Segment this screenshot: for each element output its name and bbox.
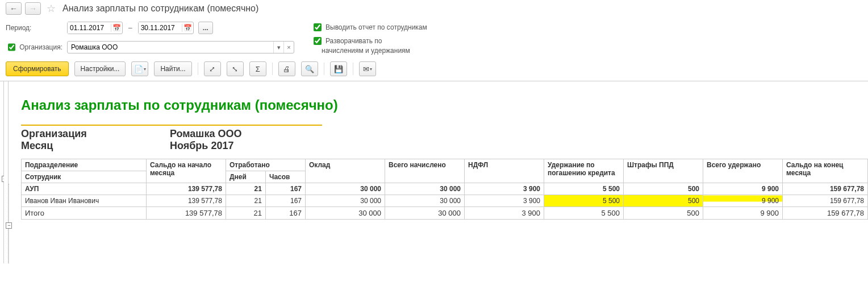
col-division: Подразделение xyxy=(21,159,146,171)
dropdown-icon[interactable]: ▾ xyxy=(273,42,283,53)
cell-start: 139 577,78 xyxy=(146,195,226,207)
cell-start: 139 577,78 xyxy=(146,207,226,220)
clear-icon[interactable]: × xyxy=(283,42,294,53)
sum-icon[interactable]: Σ xyxy=(249,61,266,76)
cell-withheld: 9 900 xyxy=(703,207,782,220)
header-bar: ← → ☆ Анализ зарплаты по сотрудникам (по… xyxy=(0,0,868,18)
expand-by-label: Разворачивать по xyxy=(326,37,382,45)
toolbar-separator xyxy=(272,63,273,75)
period-dash: – xyxy=(128,24,132,32)
period-label: Период: xyxy=(6,24,62,32)
organization-check[interactable]: Организация: xyxy=(6,42,62,53)
outline-gutter-2: − xyxy=(4,81,8,263)
toolbar-separator xyxy=(198,63,198,75)
toolbar: Сформировать Настройки... 📄▾ Найти... ⤢ … xyxy=(0,58,868,81)
table-row-employee[interactable]: Иванов Иван Иванович 139 577,78 21 167 3… xyxy=(21,195,867,207)
cell-loan: 5 500 xyxy=(544,183,623,195)
cell-days: 21 xyxy=(226,195,265,207)
calendar-icon[interactable]: 📅 xyxy=(111,24,122,32)
cell-start: 139 577,78 xyxy=(146,183,226,195)
cell-hours: 167 xyxy=(265,195,305,207)
cell-ndfl: 3 900 xyxy=(464,195,544,207)
cell-loan: 5 500 xyxy=(544,207,623,220)
cell-fines: 500 xyxy=(623,195,703,207)
cell-days: 21 xyxy=(226,183,265,195)
organization-label: Организация: xyxy=(19,43,62,51)
table-row-dept[interactable]: АУП 139 577,78 21 167 30 000 30 000 3 90… xyxy=(21,183,867,195)
organization-input[interactable] xyxy=(68,43,273,51)
period-choose-button[interactable]: ... xyxy=(198,22,213,34)
cell-accrued: 30 000 xyxy=(385,183,464,195)
cell-ndfl: 3 900 xyxy=(464,183,544,195)
cell-days: 21 xyxy=(226,207,265,220)
report-by-employees-checkbox[interactable] xyxy=(314,23,322,31)
cell-hours: 167 xyxy=(265,183,305,195)
col-days: Дней xyxy=(226,171,265,183)
period-from-input[interactable] xyxy=(68,22,111,34)
col-hours: Часов xyxy=(265,171,305,183)
cell-hours: 167 xyxy=(265,207,305,220)
nav-forward-button[interactable]: → xyxy=(25,2,41,15)
settings-label: Настройки... xyxy=(81,65,120,73)
col-start-balance: Сальдо на начало месяца xyxy=(146,159,226,183)
expand-all-icon[interactable]: ⤢ xyxy=(204,61,221,76)
cell-accrued: 30 000 xyxy=(385,207,464,220)
meta-org-value: Ромашка ООО xyxy=(170,128,241,140)
form-button[interactable]: Сформировать xyxy=(6,61,69,76)
col-end-balance: Сальдо на конец месяца xyxy=(782,159,867,183)
organization-row: Организация: ▾ × xyxy=(6,39,294,56)
expand-by-wrap: Разворачивать по начислениям и удержания… xyxy=(311,35,427,55)
collapse-all-icon[interactable]: ⤡ xyxy=(227,61,244,76)
find-button[interactable]: Найти... xyxy=(154,61,191,76)
preview-icon[interactable]: 🔍 xyxy=(301,61,318,76)
period-to-wrap: 📅 xyxy=(138,22,194,34)
table-row-total[interactable]: Итого 139 577,78 21 167 30 000 30 000 3 … xyxy=(21,207,867,220)
cell-end: 159 677,78 xyxy=(782,195,867,207)
col-fines: Штрафы ППД xyxy=(623,159,703,183)
cell-withheld: 9 900 xyxy=(703,183,782,195)
nav-back-button[interactable]: ← xyxy=(6,2,22,15)
title-underline xyxy=(21,114,322,126)
expand-by-sublabel: начислениям и удержаниям xyxy=(322,47,427,55)
period-to-input[interactable] xyxy=(139,22,182,34)
col-ndfl: НДФЛ xyxy=(464,159,544,183)
cell-withheld: 9 900 xyxy=(703,195,782,207)
cell-end: 159 677,78 xyxy=(782,207,867,220)
meta-month-value: Ноябрь 2017 xyxy=(170,140,233,152)
cell-name: АУП xyxy=(21,183,146,195)
expand-by-check[interactable]: Разворачивать по xyxy=(311,35,382,47)
outline-gutter-1: − xyxy=(0,81,4,263)
cell-ndfl: 3 900 xyxy=(464,207,544,220)
organization-checkbox[interactable] xyxy=(8,43,15,51)
col-worked: Отработано xyxy=(226,159,305,171)
expand-by-checkbox[interactable] xyxy=(314,37,322,45)
cell-end: 159 677,78 xyxy=(782,183,867,195)
mail-icon[interactable]: ✉▾ xyxy=(359,61,376,76)
cell-salary: 30 000 xyxy=(305,183,385,195)
filters-panel: Период: 📅 – 📅 ... Организация: xyxy=(0,18,868,58)
find-label: Найти... xyxy=(160,65,185,73)
cell-accrued: 30 000 xyxy=(385,195,464,207)
cell-salary: 30 000 xyxy=(305,195,385,207)
report-title: Анализ зарплаты по сотрудникам (помесячн… xyxy=(9,81,868,114)
cell-salary: 30 000 xyxy=(305,207,385,220)
toolbar-separator xyxy=(353,63,353,75)
report-by-employees-check[interactable]: Выводить отчет по сотрудникам xyxy=(311,22,427,33)
report-table: Подразделение Сальдо на начало месяца От… xyxy=(21,159,868,220)
report-by-employees-label: Выводить отчет по сотрудникам xyxy=(326,23,427,31)
outline-collapse-icon[interactable]: − xyxy=(6,222,12,229)
col-employee: Сотрудник xyxy=(21,171,146,183)
save-icon[interactable]: 💾 xyxy=(330,61,347,76)
col-salary: Оклад xyxy=(305,159,385,183)
settings-button[interactable]: Настройки... xyxy=(74,61,126,76)
variants-icon[interactable]: 📄▾ xyxy=(131,61,148,76)
cell-fines: 500 xyxy=(623,183,703,195)
cell-name: Итого xyxy=(21,207,146,220)
report-meta: Организация Ромашка ООО Месяц Ноябрь 201… xyxy=(9,126,868,159)
meta-month-label: Месяц xyxy=(21,140,170,152)
print-icon[interactable]: 🖨 xyxy=(278,61,295,76)
calendar-icon[interactable]: 📅 xyxy=(182,24,193,32)
toolbar-separator xyxy=(324,63,324,75)
col-withheld: Всего удержано xyxy=(703,159,782,183)
favorite-star-icon[interactable]: ☆ xyxy=(47,2,56,15)
